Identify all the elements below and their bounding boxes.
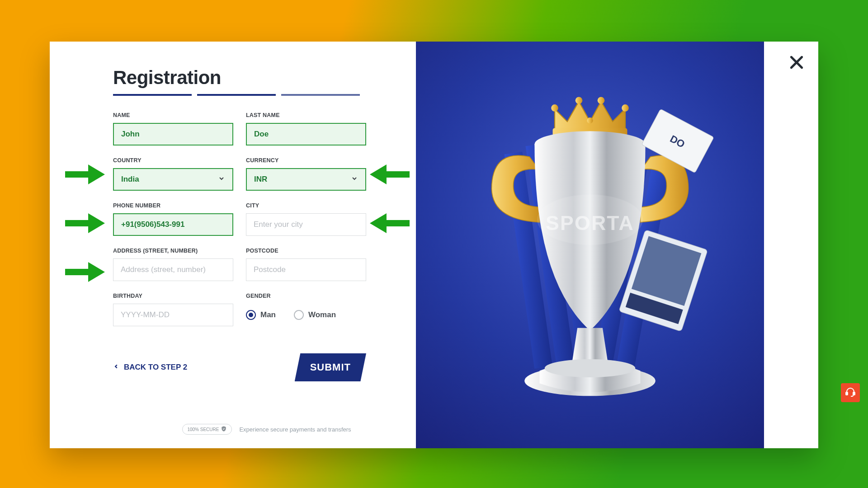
headset-icon — [845, 386, 856, 399]
radio-circle-icon — [246, 310, 256, 320]
city-input[interactable] — [246, 213, 366, 236]
chevron-left-icon — [113, 363, 119, 372]
svg-point-7 — [598, 97, 605, 104]
page-title: Registration — [113, 67, 366, 89]
svg-marker-30 — [370, 164, 387, 184]
page-background: Registration NAME LAST NAME — [0, 0, 868, 488]
svg-marker-32 — [370, 213, 387, 233]
shield-check-icon — [221, 426, 227, 433]
svg-marker-26 — [88, 213, 105, 233]
svg-rect-31 — [386, 220, 410, 226]
address-label: ADDRESS (STREET, NUMBER) — [113, 248, 233, 254]
phone-input[interactable] — [113, 213, 233, 236]
phone-label: PHONE NUMBER — [113, 202, 233, 209]
lastname-label: LAST NAME — [246, 112, 366, 118]
support-button[interactable] — [841, 383, 860, 402]
step-1 — [113, 94, 192, 96]
form-panel: Registration NAME LAST NAME — [50, 42, 416, 448]
promo-panel: SPORTA DO — [416, 42, 764, 448]
svg-marker-28 — [88, 262, 105, 282]
close-button[interactable] — [788, 53, 806, 73]
svg-rect-33 — [846, 392, 848, 395]
svg-point-5 — [551, 104, 558, 112]
chevron-down-icon — [218, 175, 225, 184]
name-label: NAME — [113, 112, 233, 118]
svg-point-15 — [545, 359, 636, 377]
chevron-down-icon — [351, 175, 358, 184]
back-label: BACK TO STEP 2 — [124, 363, 187, 372]
svg-rect-25 — [65, 220, 89, 226]
name-input[interactable] — [113, 123, 233, 145]
birthday-label: BIRTHDAY — [113, 293, 233, 299]
country-select[interactable]: India — [113, 168, 233, 191]
secure-badge: 100% SECURE — [182, 424, 232, 435]
postcode-label: POSTCODE — [246, 248, 366, 254]
svg-point-6 — [576, 97, 583, 104]
svg-rect-29 — [386, 171, 410, 178]
city-label: CITY — [246, 202, 366, 209]
annotation-arrow-right-icon — [65, 212, 105, 234]
annotation-arrow-right-icon — [65, 261, 105, 283]
trophy-illustration: SPORTA DO — [416, 42, 764, 448]
submit-button[interactable]: SUBMIT — [295, 353, 366, 381]
gender-man-radio[interactable]: Man — [246, 310, 276, 320]
step-3 — [281, 94, 360, 96]
postcode-input[interactable] — [246, 258, 366, 281]
annotation-arrow-right-icon — [65, 164, 105, 185]
gender-woman-radio[interactable]: Woman — [294, 310, 336, 320]
currency-label: CURRENCY — [246, 157, 366, 164]
step-progress — [113, 94, 366, 96]
secure-text: Experience secure payments and transfers — [239, 426, 351, 433]
svg-marker-24 — [88, 164, 105, 184]
svg-point-9 — [587, 117, 593, 123]
annotation-arrow-left-icon — [370, 212, 410, 234]
address-input[interactable] — [113, 258, 233, 281]
birthday-input[interactable] — [113, 304, 233, 326]
close-icon — [788, 65, 806, 73]
secure-badge-text: 100% SECURE — [187, 427, 219, 432]
gender-label: GENDER — [246, 293, 366, 299]
currency-value: INR — [254, 175, 267, 184]
svg-point-8 — [622, 104, 629, 112]
country-value: India — [121, 175, 139, 184]
country-label: COUNTRY — [113, 157, 233, 164]
step-2 — [197, 94, 276, 96]
back-button[interactable]: BACK TO STEP 2 — [113, 363, 187, 372]
svg-rect-27 — [65, 269, 89, 275]
currency-select[interactable]: INR — [246, 168, 366, 191]
svg-text:SPORTA: SPORTA — [546, 212, 634, 234]
registration-modal: Registration NAME LAST NAME — [50, 42, 818, 448]
gender-woman-label: Woman — [308, 310, 336, 319]
lastname-input[interactable] — [246, 123, 366, 145]
annotation-arrow-left-icon — [370, 164, 410, 185]
radio-circle-icon — [294, 310, 304, 320]
svg-rect-34 — [853, 392, 855, 395]
gender-man-label: Man — [260, 310, 276, 319]
svg-rect-23 — [65, 171, 89, 178]
